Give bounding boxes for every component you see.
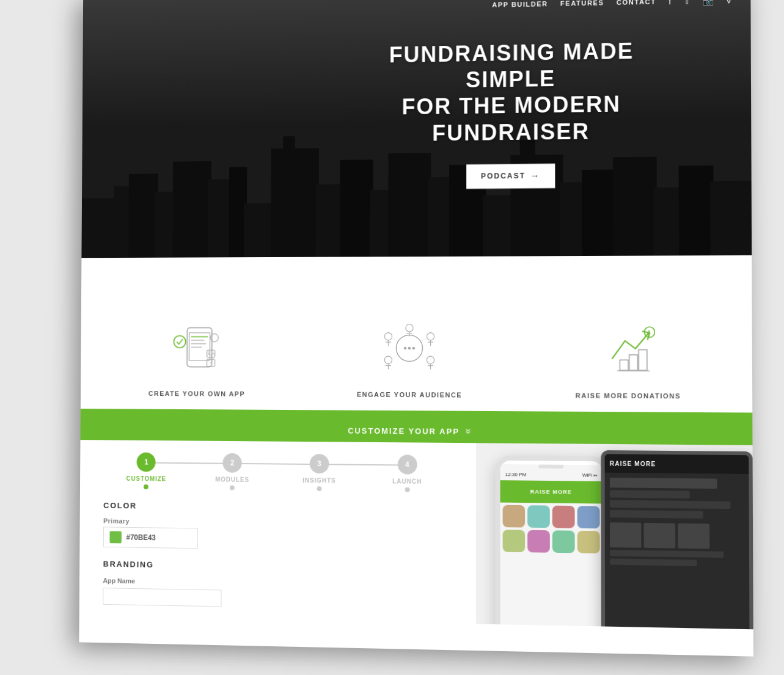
tablet-top-bar: RAISE MORE bbox=[605, 454, 749, 474]
left-panel: 1 CUSTOMIZE 2 MODULES 3 bbox=[79, 440, 477, 624]
svg-point-40 bbox=[408, 347, 411, 350]
svg-rect-23 bbox=[654, 188, 683, 256]
tablet-row bbox=[610, 550, 724, 558]
step-2-circle: 2 bbox=[222, 453, 241, 473]
tablet-row bbox=[610, 500, 730, 509]
step-3-dot bbox=[317, 486, 321, 491]
tablet-row bbox=[610, 558, 697, 566]
step-launch: 4 LAUNCH bbox=[363, 454, 452, 493]
svg-rect-13 bbox=[370, 190, 392, 257]
color-swatch bbox=[109, 531, 121, 543]
vimeo-icon[interactable]: V bbox=[726, 0, 732, 5]
svg-line-57 bbox=[392, 338, 397, 341]
step-3-circle: 3 bbox=[310, 454, 329, 473]
svg-rect-15 bbox=[428, 177, 452, 257]
svg-rect-8 bbox=[244, 203, 274, 257]
color-section: COLOR Primary #70BE43 bbox=[103, 501, 452, 552]
svg-rect-1 bbox=[81, 198, 117, 258]
step-4-dot bbox=[405, 487, 409, 492]
color-hex-value: #70BE43 bbox=[126, 533, 155, 542]
primary-color-input[interactable]: #70BE43 bbox=[103, 527, 198, 549]
raise-label: RAISE MORE DONATIONS bbox=[576, 392, 681, 400]
primary-color-label: Primary bbox=[103, 517, 198, 526]
podcast-button[interactable]: PODCAST → bbox=[466, 164, 555, 189]
feature-create: ♪ CREATE YOUR OWN APP bbox=[92, 318, 302, 398]
steps-row: 1 CUSTOMIZE 2 MODULES 3 bbox=[103, 452, 451, 492]
raise-icon-container: $ bbox=[590, 318, 665, 380]
svg-rect-65 bbox=[629, 355, 638, 370]
svg-rect-17 bbox=[483, 195, 513, 257]
svg-point-42 bbox=[384, 333, 392, 340]
step-insights: 3 INSIGHTS bbox=[276, 454, 363, 492]
svg-rect-3 bbox=[128, 173, 158, 257]
step-1-label: CUSTOMIZE bbox=[126, 475, 167, 483]
svg-point-45 bbox=[384, 356, 392, 363]
app-name-input[interactable] bbox=[103, 588, 221, 607]
svg-rect-20 bbox=[560, 182, 585, 256]
step-modules: 2 MODULES bbox=[189, 453, 276, 491]
step-1-dot bbox=[144, 484, 148, 489]
engage-label: ENGAGE YOUR AUDIENCE bbox=[357, 391, 462, 399]
tablet-content bbox=[605, 473, 750, 630]
nav-features[interactable]: FEATURES bbox=[560, 0, 604, 7]
tablet-mockup: RAISE MORE bbox=[601, 450, 753, 629]
tablet-row bbox=[610, 478, 717, 489]
hero-section: APP BUILDER FEATURES CONTACT f 𝕋 📷 V FUN… bbox=[81, 0, 752, 258]
hero-title: FUNDRAISING MADE SIMPLE FOR THE MODERN F… bbox=[343, 37, 681, 147]
step-3-label: INSIGHTS bbox=[302, 477, 336, 484]
tablet-row bbox=[610, 510, 703, 519]
step-2-label: MODULES bbox=[215, 476, 249, 483]
svg-rect-6 bbox=[208, 179, 232, 257]
phone-screen: 12:30 PM WiFi ▪▪ RAISE MORE bbox=[500, 464, 603, 629]
svg-point-54 bbox=[427, 356, 434, 363]
instagram-icon[interactable]: 📷 bbox=[703, 0, 714, 5]
svg-rect-11 bbox=[316, 184, 343, 257]
phone-status-bar: 12:30 PM WiFi ▪▪ bbox=[500, 468, 603, 481]
feature-raise: $ RAISE MORE DONATIONS bbox=[518, 318, 739, 400]
svg-point-41 bbox=[412, 347, 416, 350]
right-panel: 12:30 PM WiFi ▪▪ RAISE MORE bbox=[477, 443, 753, 629]
svg-rect-10 bbox=[283, 136, 295, 257]
engage-icon-container bbox=[373, 318, 446, 379]
svg-line-58 bbox=[392, 355, 397, 358]
facebook-icon[interactable]: f bbox=[669, 0, 671, 6]
branding-title: BRANDING bbox=[103, 560, 452, 574]
create-label: CREATE YOUR OWN APP bbox=[148, 390, 245, 398]
step-4-label: LAUNCH bbox=[392, 478, 422, 485]
tablet-logo: RAISE MORE bbox=[610, 460, 656, 467]
svg-point-39 bbox=[404, 347, 407, 350]
step-2-dot bbox=[230, 486, 235, 491]
svg-line-60 bbox=[422, 338, 427, 341]
svg-rect-5 bbox=[172, 161, 211, 258]
svg-point-51 bbox=[427, 333, 434, 340]
svg-rect-66 bbox=[639, 349, 647, 370]
twitter-icon[interactable]: 𝕋 bbox=[684, 0, 690, 6]
nav-app-builder[interactable]: APP BUILDER bbox=[492, 0, 548, 9]
app-name-field: App Name bbox=[103, 574, 452, 611]
main-content: 1 CUSTOMIZE 2 MODULES 3 bbox=[79, 440, 753, 629]
color-title: COLOR bbox=[103, 501, 452, 514]
svg-line-61 bbox=[422, 356, 427, 359]
svg-rect-64 bbox=[620, 360, 629, 370]
customize-header-label: CUSTOMIZE YOUR APP bbox=[348, 426, 460, 436]
hero-content: FUNDRAISING MADE SIMPLE FOR THE MODERN F… bbox=[343, 37, 682, 190]
phone-mockup: 12:30 PM WiFi ▪▪ RAISE MORE bbox=[495, 456, 607, 630]
step-1-circle: 1 bbox=[137, 453, 156, 472]
step-customize: 1 CUSTOMIZE bbox=[103, 452, 189, 490]
svg-rect-25 bbox=[710, 181, 752, 255]
svg-text:$: $ bbox=[648, 330, 651, 336]
feature-engage: ENGAGE YOUR AUDIENCE bbox=[302, 318, 518, 399]
app-name-label: App Name bbox=[103, 577, 135, 585]
step-4-circle: 4 bbox=[397, 454, 417, 474]
primary-color-field: Primary #70BE43 bbox=[103, 517, 198, 549]
svg-point-32 bbox=[174, 336, 185, 348]
tablet-row bbox=[610, 490, 690, 498]
tablet-screen: RAISE MORE bbox=[605, 454, 750, 629]
nav-contact[interactable]: CONTACT bbox=[617, 0, 656, 6]
phone-apps-grid bbox=[500, 503, 603, 556]
color-row: Primary #70BE43 bbox=[103, 517, 452, 553]
svg-point-48 bbox=[406, 324, 413, 332]
svg-rect-24 bbox=[679, 166, 714, 256]
svg-text:♪: ♪ bbox=[209, 361, 211, 365]
page-wrapper: APP BUILDER FEATURES CONTACT f 𝕋 📷 V FUN… bbox=[79, 0, 753, 657]
